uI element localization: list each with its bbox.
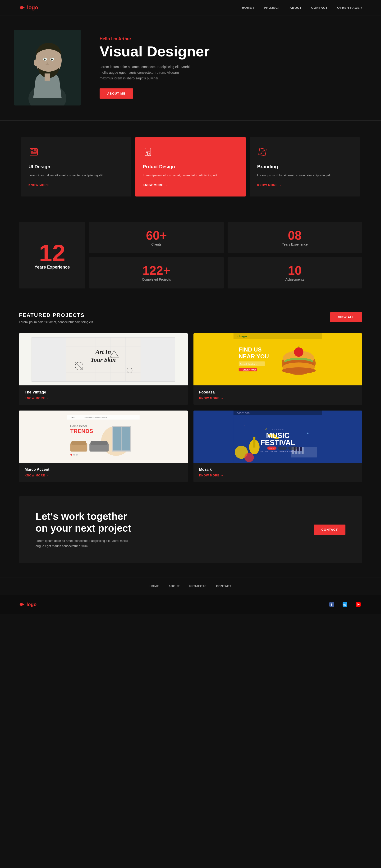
service-link-ui[interactable]: KNOW MORE → [28, 183, 53, 187]
footer-nav-link-contact[interactable]: CONTACT [216, 585, 231, 588]
project-info-vintage: The Vintage KNOW MORE → [19, 385, 188, 405]
svg-rect-71 [91, 441, 108, 445]
nav-link-home[interactable]: HOME [242, 6, 255, 9]
project-link-marco[interactable]: KNOW MORE → [25, 474, 49, 477]
service-card-branding: Branding Lorem ipsum dolor sit amet, con… [250, 137, 360, 196]
nav-logo[interactable]: logo [19, 4, 38, 11]
project-link-vintage[interactable]: KNOW MORE → [25, 397, 49, 400]
twitter-icon[interactable]: tw [341, 601, 349, 608]
stat-label-achievements: Achievments [285, 278, 304, 281]
nav-link-about[interactable]: ABOUT [290, 6, 301, 9]
svg-text:NEAR YOU: NEAR YOU [238, 353, 269, 360]
svg-text:EVENTLOGO: EVENTLOGO [236, 412, 250, 414]
svg-rect-15 [31, 152, 36, 153]
stats-grid: 60+ Clients 08 Years Experience 122+ Com… [89, 222, 362, 288]
stat-label-years: Years Experience [282, 243, 308, 246]
branding-icon [257, 147, 353, 159]
footer-nav-link-about[interactable]: ABOUT [169, 585, 180, 588]
svg-rect-98 [277, 446, 287, 450]
cta-contact-button[interactable]: CONTACT [314, 525, 346, 535]
project-link-muzaik[interactable]: KNOW MORE → [199, 474, 224, 477]
cta-description: Lorem ipsum dolor sit amet, consectetur … [35, 538, 135, 549]
svg-text:u.burger: u.burger [236, 335, 247, 338]
navbar: logo HOME PROJECT ABOUT CONTACT OTHER PA… [0, 0, 381, 16]
footer-logo-text: logo [27, 602, 36, 607]
svg-line-21 [148, 153, 149, 154]
stats-main-card: 12 Years Experience [19, 222, 85, 288]
project-card-foodasa: u.burger FIND US NEAR YOU Search locat [194, 333, 362, 405]
projects-header: FEATURED PROJECTS Lorem ipsum dolor sit … [19, 312, 362, 324]
stat-card-projects: 122+ Completed Projects [89, 257, 224, 288]
footer-logo[interactable]: logo [19, 601, 36, 608]
footer-nav: HOME ABOUT PROJECTS CONTACT [0, 577, 381, 595]
projects-header-left: FEATURED PROJECTS Lorem ipsum dolor sit … [19, 312, 93, 324]
hero-subtitle: Hello I'm Arthur [99, 36, 210, 41]
footer-nav-link-home[interactable]: HOME [150, 585, 159, 588]
hero-content: Hello I'm Arthur Visual Designer Lorem i… [81, 36, 210, 99]
hero-image [14, 30, 81, 105]
service-title-branding: Branding [257, 164, 353, 169]
svg-text:FESTIVAL: FESTIVAL [260, 438, 295, 447]
stat-number-years: 08 [288, 229, 301, 242]
view-all-button[interactable]: VIEW ALL [330, 312, 362, 322]
svg-text:LOGO: LOGO [70, 417, 76, 419]
stats-main-number: 12 [39, 241, 65, 265]
footer: logo f tw [0, 595, 381, 614]
project-thumb-marco: LOGO Home About Services Contact Home De… [19, 410, 188, 463]
service-desc-branding: Lorem ipsum dolor sit amet, consectetur … [257, 173, 353, 178]
youtube-icon[interactable] [354, 601, 362, 608]
cta-section: Let's work together on your next project… [19, 496, 362, 563]
stat-number-clients: 60+ [146, 229, 167, 242]
about-me-button[interactable]: ABOUT ME [99, 88, 133, 99]
svg-rect-79 [253, 437, 255, 447]
stat-label-projects: Completed Projects [142, 278, 171, 281]
service-desc-ui: Lorem ipsum dolor sit amet, consectetur … [28, 173, 124, 178]
footer-logo-icon [19, 601, 25, 608]
project-thumb-muzaik: ♪ ♫ ♩ EVENTLOGO EVENTS [194, 410, 362, 463]
project-link-foodasa[interactable]: KNOW MORE → [199, 397, 224, 400]
stats-main-label: Years Experience [34, 265, 70, 270]
hero-person-illustration [14, 30, 81, 105]
svg-text:MUSIC: MUSIC [266, 431, 290, 440]
footer-nav-links: HOME ABOUT PROJECTS CONTACT [7, 585, 374, 588]
svg-text:SATURDAY DECEMBER 30TH: SATURDAY DECEMBER 30TH [260, 451, 295, 453]
facebook-icon[interactable]: f [328, 601, 335, 608]
svg-text:ORDER NOW: ORDER NOW [242, 369, 256, 371]
svg-point-72 [70, 454, 72, 456]
ui-design-icon [28, 147, 124, 159]
project-name-muzaik: Mozaik [199, 467, 357, 472]
projects-grid: Art In Your Skin The Vintage KNOW MORE → [19, 333, 362, 482]
service-link-branding[interactable]: KNOW MORE → [257, 183, 282, 187]
svg-text:Search location...: Search location... [240, 363, 258, 365]
nav-link-project[interactable]: PROJECT [264, 6, 280, 9]
stats-section: 12 Years Experience 60+ Clients 08 Years… [0, 213, 381, 298]
projects-section: FEATURED PROJECTS Lorem ipsum dolor sit … [0, 298, 381, 496]
nav-link-contact[interactable]: CONTACT [311, 6, 328, 9]
svg-rect-69 [71, 441, 86, 445]
svg-text:tw: tw [343, 603, 346, 606]
logo-icon [19, 4, 26, 11]
service-link-product[interactable]: KNOW MORE → [143, 183, 167, 187]
project-thumb-foodasa: u.burger FIND US NEAR YOU Search locat [194, 333, 362, 385]
footer-nav-link-projects[interactable]: PROJECTS [189, 585, 207, 588]
stat-card-achievements: 10 Achievments [228, 257, 362, 288]
stat-label-clients: Clients [151, 243, 162, 246]
svg-point-50 [294, 347, 303, 357]
svg-text:Home  About  Services  Contact: Home About Services Contact [84, 417, 107, 419]
nav-links: HOME PROJECT ABOUT CONTACT OTHER PAGE [242, 6, 362, 9]
project-info-marco: Marco Accent KNOW MORE → [19, 463, 188, 482]
svg-text:Art In: Art In [95, 348, 111, 355]
svg-rect-99 [288, 446, 297, 450]
svg-point-73 [73, 454, 75, 456]
service-card-product-design: Prduct Design Lorem ipsum dolor sit amet… [135, 137, 245, 196]
svg-rect-89 [297, 447, 299, 451]
svg-rect-90 [300, 447, 302, 451]
nav-link-other[interactable]: OTHER PAGE [337, 6, 362, 9]
hero-description: Lorem ipsum dolor sit amet, consectetur … [99, 64, 190, 81]
project-name-marco: Marco Accent [25, 467, 182, 472]
services-section: UI Design Lorem ipsum dolor sit amet, co… [0, 121, 381, 213]
svg-rect-87 [301, 447, 303, 454]
svg-text:TRENDS: TRENDS [70, 428, 93, 434]
nav-logo-text: logo [27, 4, 38, 11]
vintage-mockup: Art In Your Skin [32, 337, 175, 382]
